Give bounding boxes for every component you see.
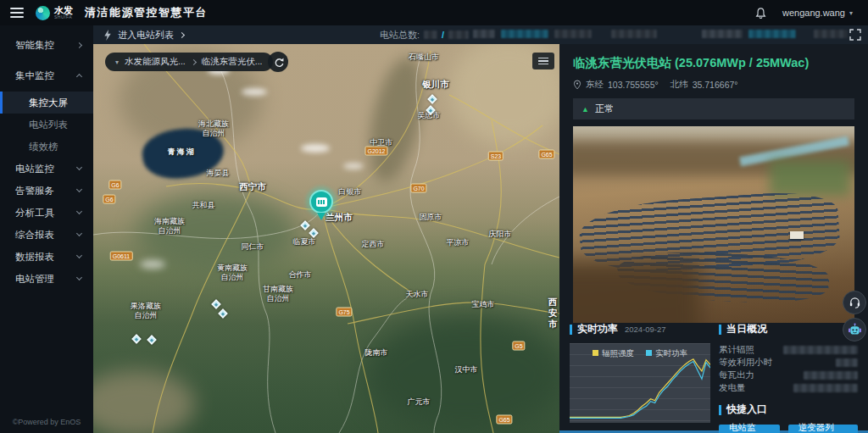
city-label: 西宁市 bbox=[239, 181, 266, 192]
road-badge: G6 bbox=[108, 180, 121, 190]
legend-swatch-power bbox=[646, 350, 652, 356]
sidebar-item-station-list[interactable]: 电站列表 bbox=[0, 114, 93, 136]
city-label: 平凉市 bbox=[447, 238, 470, 247]
sidebar-item-comprehensive-reports[interactable]: 综合报表 bbox=[0, 224, 93, 246]
menu-toggle-icon[interactable] bbox=[10, 5, 24, 20]
station-panel: 临洮东营光伏电站 (25.076MWp / 25MWac) 东经 103.755… bbox=[559, 44, 868, 433]
sidebar-item-performance-board[interactable]: 绩效榜 bbox=[0, 136, 93, 158]
refresh-icon bbox=[273, 57, 284, 68]
notifications-bell-icon[interactable] bbox=[754, 7, 767, 19]
arrow-right-icon: → bbox=[762, 429, 771, 433]
city-label: 海晏县 bbox=[207, 169, 230, 178]
chevron-down-icon: ▾ bbox=[849, 9, 853, 17]
inverter-list-button[interactable]: 逆变器列表 → bbox=[788, 425, 858, 433]
sidebar-item-smart-control[interactable]: 智能集控 bbox=[0, 34, 93, 56]
city-label: 固原市 bbox=[420, 213, 442, 222]
city-label: 白银市 bbox=[339, 187, 362, 197]
station-photo bbox=[573, 126, 854, 323]
road-badge: G0611 bbox=[110, 252, 133, 261]
overview-row: 累计辐照 bbox=[719, 343, 858, 356]
top-toolbar: 进入电站列表 电站总数: / bbox=[93, 25, 868, 44]
city-label: 银川市 bbox=[422, 79, 449, 90]
station-title: 临洮东营光伏电站 (25.076MWp / 25MWac) bbox=[573, 55, 854, 71]
overview-row: 等效利用小时 bbox=[719, 356, 858, 369]
sidebar-item-alarm-service[interactable]: 告警服务 bbox=[0, 180, 93, 202]
city-label: 石嘴山市 bbox=[409, 53, 439, 62]
breadcrumb-level2[interactable]: 临洮东营光伏... bbox=[202, 56, 263, 68]
redacted-value bbox=[554, 30, 592, 38]
pin-body bbox=[309, 190, 333, 214]
enter-station-list-button[interactable]: 进入电站列表 bbox=[103, 25, 184, 44]
redacted-value bbox=[448, 31, 469, 39]
robot-icon bbox=[848, 323, 862, 336]
station-total: 电站总数: / bbox=[380, 25, 469, 44]
redacted-value bbox=[836, 358, 858, 367]
city-label: 临夏市 bbox=[293, 237, 316, 247]
sidebar-item-station-management[interactable]: 电站管理 bbox=[0, 268, 93, 290]
daily-overview-header: 当日概况 bbox=[719, 322, 858, 336]
sidebar-item-data-reports[interactable]: 数据报表 bbox=[0, 246, 93, 268]
chevron-right-icon bbox=[179, 31, 185, 37]
fullscreen-icon[interactable] bbox=[849, 29, 861, 41]
chart-legend: 辐照强度 实时功率 bbox=[570, 348, 710, 359]
sidebar-item-control-big-screen[interactable]: 集控大屏 bbox=[0, 92, 93, 114]
city-label: 宝鸡市 bbox=[472, 300, 495, 309]
chevron-down-icon bbox=[76, 208, 82, 214]
city-label: 庆阳市 bbox=[489, 230, 512, 239]
map-canvas[interactable]: 石嘴山市 银川市 吴忠市 中卫市 白银市 兰州市 临夏市 定西市 西宁市 海晏县… bbox=[93, 44, 559, 433]
app-header: 水发 SHUIFA 清洁能源管控智慧平台 wengang.wang ▾ bbox=[0, 0, 868, 25]
app-root: 水发 SHUIFA 清洁能源管控智慧平台 wengang.wang ▾ 智能集控… bbox=[0, 0, 868, 433]
logo-mark-icon bbox=[36, 6, 50, 20]
road-badge: G6 bbox=[103, 195, 115, 204]
realtime-date: 2024-09-27 bbox=[625, 325, 666, 334]
status-badge: ▲ 正常 bbox=[573, 98, 854, 119]
sidebar-item-station-monitoring[interactable]: 电站监控 bbox=[0, 158, 93, 180]
sidebar-item-analysis-tools[interactable]: 分析工具 bbox=[0, 202, 93, 224]
chatbot-fab[interactable] bbox=[843, 318, 866, 341]
shortcuts-header: 快捷入口 bbox=[719, 402, 858, 417]
city-label: 合作市 bbox=[289, 270, 312, 280]
sidebar-item-central-monitoring[interactable]: 集中监控 bbox=[0, 64, 93, 86]
road-badge: G5 bbox=[512, 341, 525, 351]
city-label: 黄南藏族 自治州 bbox=[217, 264, 248, 283]
toolbar-stats-group-1 bbox=[473, 30, 657, 38]
map-refresh-button[interactable] bbox=[268, 52, 288, 72]
redacted-value bbox=[804, 371, 858, 380]
logo-subtext: SHUIFA bbox=[54, 15, 73, 19]
chevron-right-icon bbox=[76, 42, 82, 47]
powered-by: ©Powered by EnOS bbox=[0, 418, 93, 426]
map-breadcrumb[interactable]: ▾ 水发能源风光... 临洮东营光伏... bbox=[105, 53, 273, 71]
realtime-power-chart: 辐照强度 实时功率 bbox=[570, 343, 710, 423]
road-badge: G75 bbox=[336, 308, 352, 317]
panel-bottom: 实时功率 2024-09-27 辐照强度 实时功率 当日概况 累 bbox=[559, 322, 868, 433]
city-label: 海北藏族 自治州 bbox=[198, 119, 229, 139]
city-label: 陇南市 bbox=[365, 348, 388, 358]
city-label: 定西市 bbox=[362, 240, 385, 249]
redacted-value bbox=[501, 30, 548, 38]
road-badge: G65 bbox=[496, 415, 512, 425]
chevron-right-icon bbox=[191, 58, 197, 64]
selected-station-pin[interactable] bbox=[309, 190, 333, 224]
lightning-icon bbox=[103, 30, 112, 41]
chevron-down-icon: ▾ bbox=[115, 58, 119, 66]
map-legend-toggle[interactable] bbox=[532, 53, 554, 69]
breadcrumb-level1[interactable]: 水发能源风光... bbox=[125, 56, 186, 68]
station-monitoring-button[interactable]: 电站监控 → bbox=[719, 425, 780, 433]
photo-foreground-hill bbox=[573, 262, 700, 323]
redacted-value bbox=[748, 30, 796, 38]
city-label: 海南藏族 自治州 bbox=[154, 217, 185, 236]
station-coordinates: 东经 103.755555° 北纬 35.716667° bbox=[573, 79, 854, 91]
city-label: 天水市 bbox=[406, 290, 429, 299]
chevron-down-icon bbox=[76, 186, 82, 192]
chevron-down-icon bbox=[76, 164, 82, 170]
chevron-up-icon bbox=[76, 74, 82, 80]
road-badge: G70 bbox=[410, 184, 426, 193]
redacted-value bbox=[473, 30, 495, 38]
support-fab[interactable] bbox=[843, 291, 866, 314]
redacted-value bbox=[702, 30, 743, 38]
photo-fields bbox=[770, 160, 850, 196]
city-label: 共和县 bbox=[192, 201, 215, 210]
lake-label: 青海湖 bbox=[168, 147, 196, 157]
realtime-power-header: 实时功率 2024-09-27 bbox=[570, 322, 710, 336]
user-menu[interactable]: wengang.wang ▾ bbox=[782, 8, 853, 18]
